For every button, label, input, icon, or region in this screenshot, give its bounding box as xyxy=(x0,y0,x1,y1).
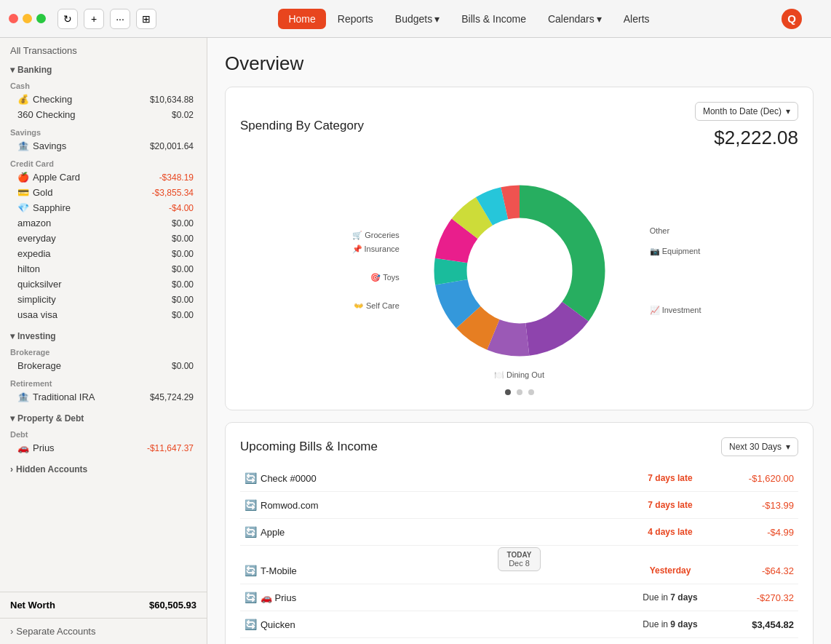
all-transactions-link[interactable]: All Transactions xyxy=(0,38,207,60)
chart-dot-3[interactable] xyxy=(528,389,534,395)
list-item[interactable]: simplicity $0.00 xyxy=(10,292,196,307)
chart-label-toys: 🎯 Toys xyxy=(352,273,399,282)
list-item[interactable]: hilton $0.00 xyxy=(10,261,196,277)
bill-row-romwod[interactable]: 🔄 Romwod.com 7 days late -$13.99 xyxy=(240,492,798,519)
chart-label-investment: 📈 Investment xyxy=(650,306,701,315)
bill-icon: 🔄 xyxy=(244,592,261,603)
nav-tab-home[interactable]: Home xyxy=(278,9,325,29)
list-item[interactable]: usaa visa $0.00 xyxy=(10,307,196,322)
today-date: Dec 8 xyxy=(507,559,532,568)
nav-tab-calendars[interactable]: Calendars ▾ xyxy=(538,9,612,29)
nav-tabs: Home Reports Budgets ▾ Bills & Income Ca… xyxy=(278,9,659,29)
more-icon: ··· xyxy=(116,13,124,25)
property-section-header[interactable]: ▾ Property & Debt xyxy=(0,409,207,426)
spending-card-title: Spending By Category xyxy=(240,119,364,133)
nav-tab-alerts[interactable]: Alerts xyxy=(613,9,660,29)
bill-row-quicken[interactable]: 🔄 Quicken Due in 9 days $3,454.82 xyxy=(240,611,798,638)
property-debt-subsection: Debt 🚗 Prius -$11,647.37 xyxy=(0,426,207,457)
today-label: TODAY xyxy=(507,551,532,559)
sidebar: All Transactions ▾ Banking Cash 💰 Checki… xyxy=(0,38,207,644)
list-item[interactable]: 💳 Gold -$3,855.34 xyxy=(10,185,196,200)
user-avatar[interactable]: Q xyxy=(782,9,802,29)
period-select[interactable]: Month to Date (Dec) ▾ xyxy=(695,102,798,121)
list-item[interactable]: amazon $0.00 xyxy=(10,215,196,231)
list-item[interactable]: everyday $0.00 xyxy=(10,231,196,246)
bill-row-check0000[interactable]: 🔄 Check #0000 7 days late -$1,620.00 xyxy=(240,465,798,492)
minimize-button[interactable] xyxy=(23,14,32,23)
bill-row-applecare[interactable]: 🔄 Apple --Apple Care Due in 16 days -$5.… xyxy=(240,638,798,644)
bill-icon: 🔄 xyxy=(244,499,261,511)
upcoming-bills-card: Upcoming Bills & Income Next 30 Days ▾ 🔄… xyxy=(225,422,814,644)
chart-dot-2[interactable] xyxy=(517,389,522,395)
sidebar-icon: ⊞ xyxy=(142,13,151,25)
investing-brokerage-subsection: Brokerage Brokerage $0.00 xyxy=(0,343,207,375)
chart-label-dining: 🍽️ Dining Out xyxy=(494,370,544,380)
today-badge: TODAY Dec 8 xyxy=(498,547,541,571)
chart-dot-1[interactable] xyxy=(505,389,511,395)
bills-card-title: Upcoming Bills & Income xyxy=(240,440,378,454)
spending-by-category-card: Spending By Category Month to Date (Dec)… xyxy=(225,87,814,410)
title-bar: ↻ + ··· ⊞ Home Reports Budgets ▾ Bills &… xyxy=(0,0,831,38)
sidebar-toggle-button[interactable]: ⊞ xyxy=(136,9,156,29)
nav-tab-reports[interactable]: Reports xyxy=(327,9,383,29)
reload-button[interactable]: ↻ xyxy=(57,9,78,29)
investing-section-header[interactable]: ▾ Investing xyxy=(0,327,207,343)
bill-icon: 🔄 xyxy=(244,565,261,576)
sidebar-section-hidden: › Hidden Accounts xyxy=(0,460,207,477)
list-item[interactable]: 💎 Sapphire -$4.00 xyxy=(10,200,196,215)
chart-label-other: Other xyxy=(650,226,701,235)
main-layout: All Transactions ▾ Banking Cash 💰 Checki… xyxy=(0,38,831,644)
sidebar-section-banking: ▾ Banking Cash 💰 Checking $10,634.88 360… xyxy=(0,60,207,324)
page-title: Overview xyxy=(225,52,814,75)
chart-pagination xyxy=(240,389,798,395)
chart-label-equipment: 📷 Equipment xyxy=(650,247,701,256)
list-item[interactable]: 360 Checking $0.02 xyxy=(10,107,196,122)
separate-accounts-link[interactable]: › Separate Accounts xyxy=(0,618,207,644)
hidden-accounts-header[interactable]: › Hidden Accounts xyxy=(0,460,207,477)
spending-amount: $2,222.08 xyxy=(714,127,798,149)
list-item[interactable]: 🍎 Apple Card -$348.19 xyxy=(10,170,196,185)
banking-savings-subsection: Savings 🏦 Savings $20,001.64 xyxy=(0,124,207,155)
list-item[interactable]: 🏦 Traditional IRA $45,724.29 xyxy=(10,389,196,405)
close-button[interactable] xyxy=(9,14,18,23)
bill-row-prius[interactable]: 🔄 🚗 Prius Due in 7 days -$270.32 xyxy=(240,584,798,611)
bill-icon: 🔄 xyxy=(244,619,261,630)
spending-card-header: Spending By Category Month to Date (Dec)… xyxy=(240,102,798,149)
donut-chart xyxy=(418,169,621,373)
reload-icon: ↻ xyxy=(63,13,72,25)
period-label: Month to Date (Dec) xyxy=(703,106,782,116)
bill-row-apple[interactable]: 🔄 Apple 4 days late -$4.99 xyxy=(240,519,798,546)
nav-tab-budgets[interactable]: Budgets ▾ xyxy=(385,9,450,29)
chevron-down-icon: ▾ xyxy=(786,106,790,116)
list-item[interactable]: Brokerage $0.00 xyxy=(10,358,196,373)
bill-icon: 🔄 xyxy=(244,472,261,484)
list-item[interactable]: quicksilver $0.00 xyxy=(10,277,196,292)
nav-tab-bills-income[interactable]: Bills & Income xyxy=(451,9,536,29)
chevron-down-icon: ▾ xyxy=(786,442,790,452)
net-worth-row: Net Worth $60,505.93 xyxy=(10,600,196,611)
bill-icon: 🔄 xyxy=(244,526,261,538)
chevron-down-icon: ▾ xyxy=(597,13,602,25)
net-worth-label: Net Worth xyxy=(10,600,55,611)
list-item[interactable]: expedia $0.00 xyxy=(10,246,196,261)
investing-retirement-subsection: Retirement 🏦 Traditional IRA $45,724.29 xyxy=(0,375,207,406)
chevron-right-icon: › xyxy=(10,626,13,637)
chevron-down-icon: ▾ xyxy=(434,13,440,25)
chevron-down-icon: ▾ xyxy=(10,331,15,341)
banking-section-header[interactable]: ▾ Banking xyxy=(0,60,207,77)
more-button[interactable]: ··· xyxy=(110,9,130,29)
chart-label-groceries: 🛒 Groceries xyxy=(352,231,399,240)
spending-chart-area: 🛒 Groceries 📌 Insurance 🎯 Toys 👐 Self Ca… xyxy=(240,158,798,383)
add-button[interactable]: + xyxy=(84,9,104,29)
bill-row-tmobile[interactable]: TODAY Dec 8 🔄 T-Mobile Yesterday -$64.32 xyxy=(240,557,798,584)
sidebar-section-investing: ▾ Investing Brokerage Brokerage $0.00 Re… xyxy=(0,327,207,406)
bills-period-select[interactable]: Next 30 Days ▾ xyxy=(721,437,798,456)
svg-point-10 xyxy=(472,223,567,318)
list-item[interactable]: 💰 Checking $10,634.88 xyxy=(10,92,196,107)
maximize-button[interactable] xyxy=(36,14,46,23)
list-item[interactable]: 🏦 Savings $20,001.64 xyxy=(10,138,196,154)
bills-card-header: Upcoming Bills & Income Next 30 Days ▾ xyxy=(240,437,798,456)
chart-label-selfcare: 👐 Self Care xyxy=(352,301,399,311)
window-controls xyxy=(9,14,46,23)
list-item[interactable]: 🚗 Prius -$11,647.37 xyxy=(10,440,196,456)
